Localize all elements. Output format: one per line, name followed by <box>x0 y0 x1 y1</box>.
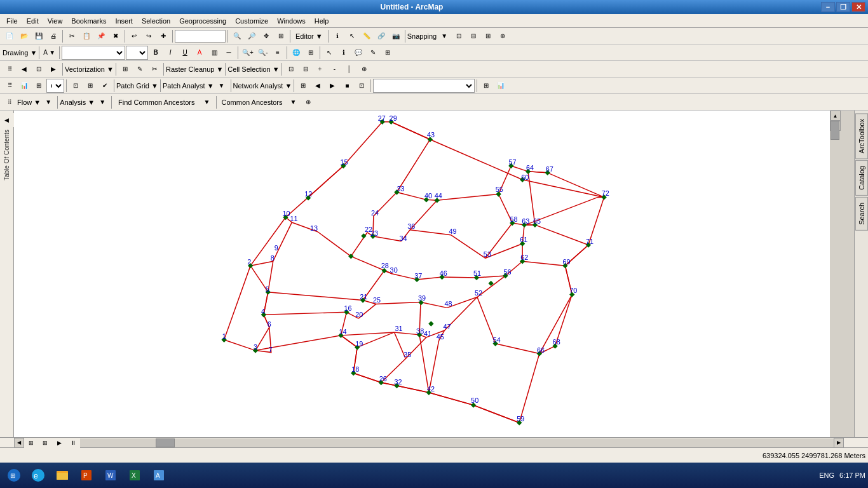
analyst-t2[interactable]: ⊞ <box>32 79 46 93</box>
globe-btn[interactable]: 🌐 <box>289 46 303 60</box>
close-button[interactable]: ✕ <box>851 2 865 12</box>
network-analyst-dropdown[interactable]: Network Analyst ▼ <box>233 82 292 90</box>
menu-selection[interactable]: Selection <box>138 16 174 26</box>
cs-tool6[interactable]: ⊕ <box>357 62 371 76</box>
map-tips[interactable]: 💬 <box>351 46 365 60</box>
vect-tool2[interactable]: ✎ <box>133 62 147 76</box>
cs-tool3[interactable]: + <box>313 62 327 76</box>
toc-toggle[interactable]: ◀ <box>0 113 14 127</box>
raster-cleanup-dropdown[interactable]: Raster Cleanup ▼ <box>166 65 223 73</box>
patch-grid-dropdown[interactable]: Patch Grid ▼ <box>116 82 158 90</box>
snapping-dropdown[interactable]: ▼ <box>437 29 451 43</box>
snap1[interactable]: ⊡ <box>452 29 466 43</box>
line-color-button[interactable]: ─ <box>222 46 236 60</box>
arctoolbox-tab[interactable]: ArcToolbox <box>855 113 868 159</box>
raster-grip1[interactable]: ⠿ <box>3 62 17 76</box>
h-scroll-thumb[interactable] <box>156 438 175 447</box>
patch-analyst-dropdown[interactable]: Patch Analyst ▼ <box>163 82 214 90</box>
save-button[interactable]: 💾 <box>32 29 46 43</box>
delete-button[interactable]: ✖ <box>109 29 123 43</box>
analyst-t1[interactable]: 📊 <box>17 79 31 93</box>
menu-bookmarks[interactable]: Bookmarks <box>67 16 110 26</box>
layer-name-select[interactable]: Road_Final_19_20_ND <box>373 79 475 93</box>
word-icon[interactable]: W <box>99 464 122 487</box>
ca-btn2[interactable]: ⊕ <box>301 95 315 109</box>
vectorization-dropdown[interactable]: Vectorization ▼ <box>65 65 114 73</box>
menu-edit[interactable]: Edit <box>23 16 43 26</box>
layer-list[interactable]: ≡ <box>271 46 285 60</box>
italic-button[interactable]: I <box>163 46 177 60</box>
undo-button[interactable]: ↩ <box>127 29 141 43</box>
arcmap-icon[interactable]: A <box>147 464 170 487</box>
horizontal-scrollbar[interactable]: ◀ ⊞ ⊞ ▶ ⏸ ▶ <box>14 438 844 447</box>
htm-btn[interactable]: ✎ <box>366 46 380 60</box>
copy-button[interactable]: 📋 <box>79 29 93 43</box>
zoom-pct-in[interactable]: 🔍+ <box>240 46 255 60</box>
snap3[interactable]: ⊞ <box>481 29 495 43</box>
select-arrow[interactable]: ↖ <box>322 46 336 60</box>
bold-button[interactable]: B <box>149 46 163 60</box>
scroll-up-button[interactable]: ▲ <box>831 111 841 121</box>
add-data-button[interactable]: ✚ <box>156 29 170 43</box>
find-common-ancestors-button[interactable]: Find Common Ancestors <box>114 95 199 109</box>
paste-button[interactable]: 📌 <box>94 29 108 43</box>
raster-next[interactable]: ▶ <box>46 62 60 76</box>
search-tab[interactable]: Search <box>855 197 868 231</box>
raster-vect[interactable]: ⊡ <box>32 62 46 76</box>
font-size-select[interactable]: 10 <box>126 46 148 60</box>
raster-prev[interactable]: ◀ <box>17 62 31 76</box>
bookmark-btn2[interactable]: ⊞ <box>38 438 52 448</box>
flow-grip[interactable]: ⠿ <box>3 95 17 109</box>
fill-color-button[interactable]: ▥ <box>207 46 221 60</box>
na-t7[interactable]: 📊 <box>494 79 508 93</box>
snap2[interactable]: ⊟ <box>466 29 480 43</box>
bookmark-btn1[interactable]: ⊞ <box>24 438 38 448</box>
scroll-left-button[interactable]: ◀ <box>14 438 24 448</box>
scroll-right-button[interactable]: ▶ <box>834 438 844 448</box>
cut-button[interactable]: ✂ <box>65 29 79 43</box>
redo-button[interactable]: ↪ <box>142 29 156 43</box>
print-button[interactable]: 🖨 <box>46 29 60 43</box>
editor-dropdown[interactable]: Editor ▼ <box>292 29 326 43</box>
excel-icon[interactable]: X <box>123 464 146 487</box>
menu-windows[interactable]: Windows <box>273 16 309 26</box>
cs-tool4[interactable]: - <box>328 62 342 76</box>
table-btn[interactable]: ⊞ <box>381 46 395 60</box>
catalog-tab[interactable]: Catalog <box>855 160 868 196</box>
pa-extra[interactable]: ▼ <box>215 79 229 93</box>
flow-extra[interactable]: ▼ <box>41 95 55 109</box>
scroll-thumb[interactable] <box>831 121 839 140</box>
na-t5[interactable]: ⊡ <box>355 79 369 93</box>
vertical-scrollbar[interactable]: ▲ ▼ <box>830 111 840 131</box>
fca-extra[interactable]: ▼ <box>200 95 214 109</box>
cell-selection-dropdown[interactable]: Cell Selection ▼ <box>227 65 279 73</box>
play-btn[interactable]: ▶ <box>52 438 66 448</box>
snapshot-button[interactable]: 📷 <box>389 29 403 43</box>
zoom-out-button[interactable]: 🔎 <box>245 29 259 43</box>
na-t4[interactable]: ■ <box>340 79 354 93</box>
zoom-pct-out[interactable]: 🔍- <box>256 46 270 60</box>
menu-file[interactable]: File <box>3 16 22 26</box>
explorer-icon[interactable] <box>51 464 74 487</box>
start-button[interactable]: ⊞ <box>3 464 25 487</box>
cs-tool5[interactable]: │ <box>342 62 356 76</box>
analyst-grip[interactable]: ⠿ <box>3 79 17 93</box>
open-button[interactable]: 📂 <box>17 29 31 43</box>
menu-geoprocessing[interactable]: Geoprocessing <box>175 16 230 26</box>
ca-extra[interactable]: ▼ <box>287 95 301 109</box>
vect-tool3[interactable]: ✂ <box>147 62 161 76</box>
ie-icon[interactable]: e <box>27 464 50 487</box>
hyperlink-button[interactable]: 🔗 <box>374 29 388 43</box>
restore-button[interactable]: ❐ <box>836 2 850 12</box>
na-t1[interactable]: ⊞ <box>296 79 310 93</box>
h-scroll-track[interactable] <box>80 438 834 447</box>
ppt-icon[interactable]: P <box>75 464 98 487</box>
font-name-select[interactable]: Arial <box>62 46 125 60</box>
na-t2[interactable]: ◀ <box>311 79 325 93</box>
cs-tool2[interactable]: ⊟ <box>299 62 313 76</box>
scale-input[interactable]: 1:6,463 <box>175 30 226 43</box>
font-color-button[interactable]: A <box>193 46 207 60</box>
menu-help[interactable]: Help <box>311 16 333 26</box>
cs-tool1[interactable]: ⊡ <box>284 62 298 76</box>
flow-label[interactable]: Flow ▼ <box>17 98 41 106</box>
